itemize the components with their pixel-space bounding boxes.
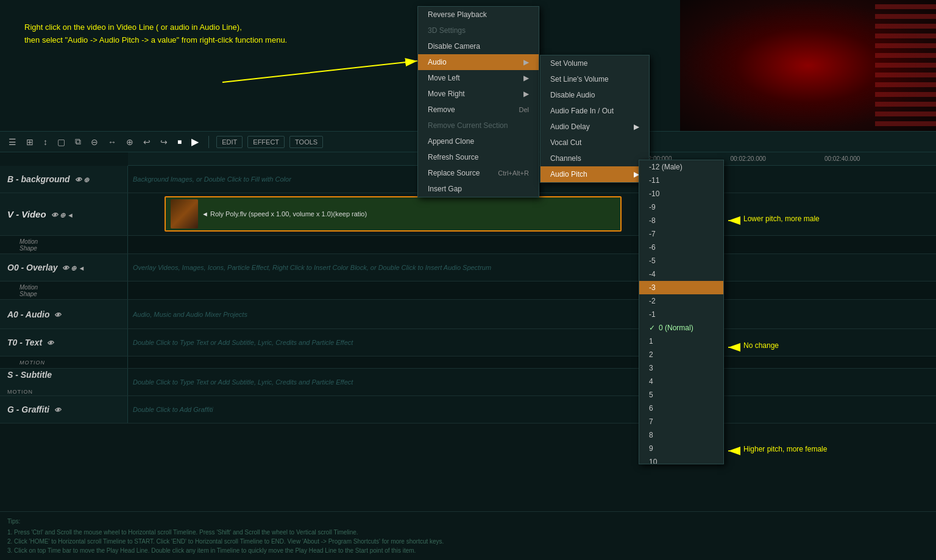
stop-button[interactable]: ■ [175, 136, 184, 147]
pitch-8[interactable]: 8 [639, 428, 723, 442]
pitch-3-label: 3 [649, 364, 653, 372]
pitch-minus1[interactable]: -1 [639, 308, 723, 321]
audio-icons: 👁 [54, 311, 61, 319]
track-content-overlay[interactable]: Overlay Videos, Images, Icons, Particle … [128, 254, 936, 281]
pitch-5[interactable]: 5 [639, 388, 723, 402]
pitch-zero-label: 0 (Normal) [659, 324, 693, 332]
menu-item-append-clone[interactable]: Append Clone [418, 133, 539, 149]
pitch-minus11-label: -11 [649, 176, 659, 185]
track-row-text-motion: MOTION [0, 356, 936, 369]
grid-icon[interactable]: ⊞ [24, 136, 36, 148]
pitch-minus2[interactable]: -2 [639, 294, 723, 308]
submenu-set-volume[interactable]: Set Volume [541, 55, 649, 71]
track-content-subtitle[interactable]: Double Click to Type Text or Add Subtitl… [128, 369, 936, 395]
pitch-minus6[interactable]: -6 [639, 241, 723, 254]
pitch-4[interactable]: 4 [639, 375, 723, 388]
menu-item-audio[interactable]: Audio ▶ [418, 54, 539, 70]
preview-gradient [680, 0, 936, 131]
pitch-minus5-label: -5 [649, 257, 656, 265]
pitch-minus9[interactable]: -9 [639, 200, 723, 214]
pitch-9[interactable]: 9 [639, 442, 723, 455]
menu-item-reverse-label: Reverse Playback [428, 10, 487, 19]
menu-item-disable-camera[interactable]: Disable Camera [418, 38, 539, 54]
zoom-out-icon[interactable]: ⊖ [88, 136, 101, 148]
undo-icon[interactable]: ↩ [141, 136, 153, 148]
pitch-8-label: 8 [649, 431, 653, 439]
remove-shortcut: Del [519, 106, 529, 113]
track-content-overlay-sub [128, 282, 936, 299]
pitch-3[interactable]: 3 [639, 361, 723, 375]
submenu-channels-label: Channels [550, 154, 581, 163]
menu-item-remove-section[interactable]: Remove Current Section [418, 118, 539, 133]
submenu-set-lines-volume-label: Set Line's Volume [550, 75, 609, 83]
submenu-audio-delay[interactable]: Audio Delay ▶ [541, 119, 649, 135]
menu-item-replace[interactable]: Replace Source Ctrl+Alt+R [418, 165, 539, 181]
menu-item-remove-label: Remove [428, 105, 455, 114]
pitch-minus3[interactable]: -3 [639, 281, 723, 294]
track-row-video-sub: MotionShape [0, 236, 936, 254]
menu-item-remove[interactable]: Remove Del [418, 102, 539, 118]
submenu-audio-fade[interactable]: Audio Fade In / Out [541, 103, 649, 119]
pitch-9-label: 9 [649, 444, 653, 453]
pitch-minus11[interactable]: -11 [639, 174, 723, 187]
tips-item-2: 3. Click on top Time bar to move the Pla… [7, 546, 929, 555]
menu-icon[interactable]: ☰ [6, 136, 19, 148]
bg-label-text: B - background [7, 174, 70, 184]
pitch-minus5[interactable]: -5 [639, 254, 723, 268]
menu-item-reverse[interactable]: Reverse Playback [418, 7, 539, 23]
pitch-10-label: 10 [649, 458, 657, 464]
copy-icon[interactable]: ⧉ [73, 135, 83, 148]
overlay-icons: 👁 ⊕ ◄ [62, 264, 85, 272]
menu-item-3d[interactable]: 3D Settings [418, 23, 539, 38]
zoom-in-icon[interactable]: ⊕ [124, 136, 136, 148]
menu-item-move-left[interactable]: Move Left ▶ [418, 70, 539, 86]
redo-icon[interactable]: ↪ [158, 136, 170, 148]
crop-icon[interactable]: ▢ [55, 136, 68, 148]
submenu-set-lines-volume[interactable]: Set Line's Volume [541, 71, 649, 87]
tools-button[interactable]: TOOLS [289, 136, 323, 148]
menu-item-3d-label: 3D Settings [428, 26, 466, 35]
context-menu: Reverse Playback 3D Settings Disable Cam… [417, 6, 539, 197]
effect-button[interactable]: EFFECT [247, 136, 285, 148]
pitch-minus12[interactable]: -12 (Male) [639, 160, 723, 174]
pitch-minus6-label: -6 [649, 243, 656, 252]
pitch-6[interactable]: 6 [639, 402, 723, 415]
menu-item-insert-gap[interactable]: Insert Gap [418, 181, 539, 197]
resize-icon[interactable]: ↕ [41, 136, 50, 148]
pitch-minus8[interactable]: -8 [639, 214, 723, 227]
pitch-minus10[interactable]: -10 [639, 187, 723, 200]
pitch-check-icon: ✓ [649, 324, 655, 332]
video-icons: 👁 ⊕ ◄ [51, 211, 74, 219]
annotation-higher-pitch-label: Higher pitch, more female [743, 445, 827, 453]
pitch-1[interactable]: 1 [639, 335, 723, 348]
pitch-minus7[interactable]: -7 [639, 227, 723, 241]
submenu-audio-pitch[interactable]: Audio Pitch ▶ [541, 166, 649, 182]
menu-item-refresh[interactable]: Refresh Source [418, 149, 539, 165]
pitch-zero[interactable]: ✓ 0 (Normal) [639, 321, 723, 335]
menu-item-audio-label: Audio [428, 58, 447, 66]
zoom-icon[interactable]: ↔ [105, 136, 119, 148]
pitch-7[interactable]: 7 [639, 415, 723, 428]
edit-button[interactable]: EDIT [216, 136, 243, 148]
pitch-minus7-label: -7 [649, 230, 656, 238]
submenu-audio-delay-label: Audio Delay [550, 122, 590, 131]
submenu-channels[interactable]: Channels [541, 151, 649, 166]
text-icons: 👁 [47, 339, 54, 347]
pitch-10[interactable]: 10 [639, 455, 723, 464]
pitch-minus10-label: -10 [649, 190, 659, 198]
video-clip[interactable]: ◄ Roly Poly.flv (speed x 1.00, volume x … [165, 196, 622, 232]
pitch-minus4[interactable]: -4 [639, 268, 723, 281]
track-content-text[interactable]: Double Click to Type Text or Add Subtitl… [128, 329, 936, 356]
track-content-graffiti[interactable]: Double Click to Add Graffiti [128, 396, 936, 423]
track-content-audio[interactable]: Audio, Music and Audio Mixer Projects [128, 300, 936, 328]
pitch-2[interactable]: 2 [639, 348, 723, 361]
track-area: B - background 👁 ⊕ Background Images, or… [0, 166, 936, 560]
clip-thumbnail [171, 199, 198, 229]
menu-item-move-right[interactable]: Move Right ▶ [418, 86, 539, 102]
submenu-vocal-cut[interactable]: Vocal Cut [541, 135, 649, 151]
bg-icons: 👁 ⊕ [75, 176, 89, 184]
play-button[interactable]: ▶ [189, 135, 201, 149]
time-6: 00:02:40.000 [820, 155, 865, 162]
submenu-audio-pitch-label: Audio Pitch [550, 170, 587, 179]
submenu-disable-audio[interactable]: Disable Audio [541, 87, 649, 103]
